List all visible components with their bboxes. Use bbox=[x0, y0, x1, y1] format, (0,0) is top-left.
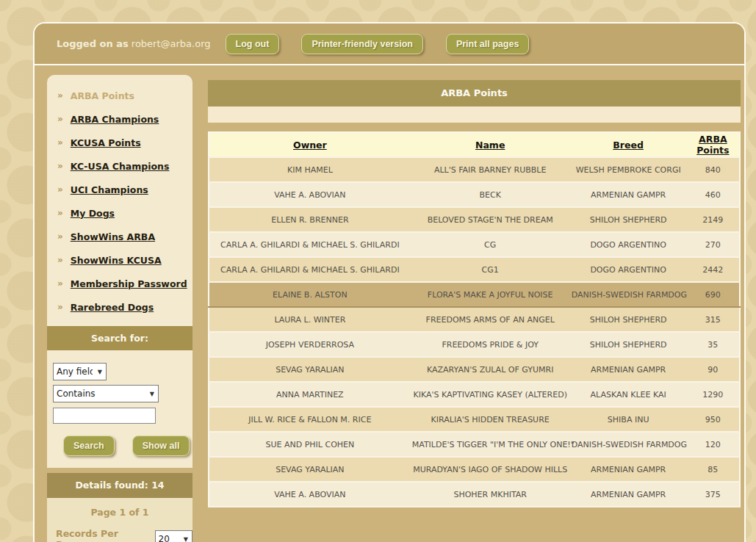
cell-breed: DANISH-SWEDISH FARMDOG bbox=[570, 282, 687, 307]
cell-owner: VAHE A. ABOVIAN bbox=[209, 482, 411, 507]
cell-name: ALL'S FAIR BARNEY RUBBLE bbox=[411, 157, 570, 182]
records-per-page-wrap: 20 bbox=[155, 530, 192, 542]
cell-owner: CARLA A. GHILARDI & MICHAEL S. GHILARDI bbox=[209, 232, 411, 257]
sidebar-nav: »ARBA Points»ARBA Champions»KCUSA Points… bbox=[47, 75, 192, 326]
table-row[interactable]: VAHE A. ABOVIANBECKARMENIAN GAMPR460 bbox=[209, 182, 740, 207]
sidebar-item-label: UCI Champions bbox=[71, 184, 148, 195]
logout-button[interactable]: Log out bbox=[226, 34, 280, 54]
cell-breed: DOGO ARGENTINO bbox=[570, 257, 687, 282]
pagination-panel: Page 1 of 1 Records Per Page: 20 bbox=[47, 498, 192, 542]
table-row[interactable]: SEVAG YARALIANKAZARYAN'S ZULAL OF GYUMRI… bbox=[209, 357, 740, 382]
table-row[interactable]: KIM HAMELALL'S FAIR BARNEY RUBBLEWELSH P… bbox=[209, 157, 740, 182]
operator-select[interactable]: Contains bbox=[54, 386, 158, 402]
sidebar-item-kcusa-points[interactable]: »KCUSA Points bbox=[57, 131, 188, 154]
cell-owner: CARLA A. GHILARDI & MICHAEL S. GHILARDI bbox=[209, 257, 411, 282]
cell-name: FLORA'S MAKE A JOYFUL NOISE bbox=[411, 282, 570, 307]
chevron-right-icon: » bbox=[57, 255, 63, 265]
cell-breed: DANISH-SWEDISH FARMDOG bbox=[570, 432, 687, 457]
cell-points: 840 bbox=[687, 157, 740, 182]
chevron-right-icon: » bbox=[57, 278, 63, 289]
logged-on-label: Logged on as bbox=[57, 38, 129, 49]
cell-points: 85 bbox=[687, 457, 740, 482]
table-row[interactable]: CARLA A. GHILARDI & MICHAEL S. GHILARDIC… bbox=[209, 257, 740, 282]
cell-breed: SHIBA INU bbox=[570, 407, 687, 432]
column-header-owner[interactable]: Owner bbox=[209, 132, 411, 157]
table-row[interactable]: SEVAG YARALIANMURADYAN'S IAGO OF SHADOW … bbox=[209, 457, 740, 482]
table-row[interactable]: LAURA L. WINTERFREEDOMS ARMS OF AN ANGEL… bbox=[209, 307, 740, 332]
cell-owner: JILL W. RICE & FALLON M. RICE bbox=[209, 407, 411, 432]
search-button[interactable]: Search bbox=[63, 436, 115, 456]
cell-name: KIRALIA'S HIDDEN TREASURE bbox=[411, 407, 570, 432]
top-bar: Logged on as robert@arba.org Log out Pri… bbox=[35, 24, 744, 65]
logged-on-status: Logged on as robert@arba.org bbox=[57, 38, 211, 49]
cell-points: 270 bbox=[687, 232, 740, 257]
table-row[interactable]: ELAINE B. ALSTONFLORA'S MAKE A JOYFUL NO… bbox=[209, 282, 740, 307]
user-email: robert@arba.org bbox=[132, 38, 211, 49]
sidebar-item-label: KCUSA Points bbox=[71, 137, 141, 148]
printer-friendly-button[interactable]: Printer-friendly version bbox=[301, 34, 423, 54]
search-input[interactable] bbox=[53, 408, 156, 424]
column-header-arba-points[interactable]: ARBA Points bbox=[687, 132, 740, 157]
cell-name: KIKA'S KAPTIVATING KASEY (ALTERED) bbox=[411, 382, 570, 407]
sidebar-item-uci-champions[interactable]: »UCI Champions bbox=[57, 178, 188, 201]
main-panel: Logged on as robert@arba.org Log out Pri… bbox=[33, 22, 746, 542]
field-select[interactable]: Any field bbox=[54, 364, 106, 380]
cell-owner: SUE AND PHIL COHEN bbox=[209, 432, 411, 457]
show-all-button[interactable]: Show all bbox=[132, 436, 190, 456]
table-row[interactable]: ANNA MARTINEZKIKA'S KAPTIVATING KASEY (A… bbox=[209, 382, 740, 407]
table-row[interactable]: CARLA A. GHILARDI & MICHAEL S. GHILARDIC… bbox=[209, 232, 740, 257]
page-info: Page 1 of 1 bbox=[47, 507, 192, 518]
sidebar-item-arba-points[interactable]: »ARBA Points bbox=[57, 84, 188, 107]
field-select-wrap: Any field bbox=[53, 363, 107, 380]
table-row[interactable]: ELLEN R. BRENNERBELOVED STAGE'N THE DREA… bbox=[209, 207, 740, 232]
records-per-page-select[interactable]: 20 bbox=[156, 531, 192, 542]
cell-points: 35 bbox=[687, 332, 740, 357]
chevron-right-icon: » bbox=[57, 137, 63, 148]
cell-breed: WELSH PEMBROKE CORGI bbox=[570, 157, 687, 182]
table-header-row: OwnerNameBreedARBA Points bbox=[209, 132, 740, 157]
sidebar-item-rarebreed-dogs[interactable]: »Rarebreed Dogs bbox=[57, 295, 188, 319]
cell-points: 690 bbox=[687, 282, 740, 307]
cell-owner: ELAINE B. ALSTON bbox=[209, 282, 411, 307]
sidebar-item-arba-champions[interactable]: »ARBA Champions bbox=[57, 107, 188, 131]
chevron-right-icon: » bbox=[57, 90, 63, 101]
search-buttons-row: Search Show all bbox=[53, 436, 192, 456]
column-header-name[interactable]: Name bbox=[411, 132, 570, 157]
cell-name: CG1 bbox=[411, 257, 570, 282]
search-for-header: Search for: bbox=[47, 326, 192, 350]
cell-owner: ELLEN R. BRENNER bbox=[209, 207, 411, 232]
chevron-right-icon: » bbox=[57, 302, 63, 312]
table-row[interactable]: JILL W. RICE & FALLON M. RICEKIRALIA'S H… bbox=[209, 407, 740, 432]
sidebar-item-my-dogs[interactable]: »My Dogs bbox=[57, 201, 188, 225]
sidebar: »ARBA Points»ARBA Champions»KCUSA Points… bbox=[47, 75, 192, 542]
cell-breed: ARMENIAN GAMPR bbox=[570, 357, 687, 382]
cell-points: 90 bbox=[687, 357, 740, 382]
cell-name: FREEDOMS ARMS OF AN ANGEL bbox=[411, 307, 570, 332]
cell-breed: DOGO ARGENTINO bbox=[570, 232, 687, 257]
table-row[interactable]: JOSEPH VERDERROSAFREEDOMS PRIDE & JOYSHI… bbox=[209, 332, 740, 357]
cell-points: 1290 bbox=[687, 382, 740, 407]
table-body: KIM HAMELALL'S FAIR BARNEY RUBBLEWELSH P… bbox=[209, 157, 740, 507]
sidebar-item-membership-password[interactable]: »Membership Password bbox=[57, 272, 188, 295]
cell-points: 375 bbox=[687, 482, 740, 507]
results-table: OwnerNameBreedARBA Points KIM HAMELALL'S… bbox=[208, 131, 741, 507]
table-row[interactable]: SUE AND PHIL COHENMATILDE'S TIGGER "I'M … bbox=[209, 432, 740, 457]
cell-name: BECK bbox=[411, 182, 570, 207]
column-header-breed[interactable]: Breed bbox=[570, 132, 687, 157]
table-row[interactable]: VAHE A. ABOVIANSHOHER MKHITARARMENIAN GA… bbox=[209, 482, 740, 507]
cell-name: FREEDOMS PRIDE & JOY bbox=[411, 332, 570, 357]
cell-name: BELOVED STAGE'N THE DREAM bbox=[411, 207, 570, 232]
cell-breed: ARMENIAN GAMPR bbox=[570, 182, 687, 207]
cell-owner: SEVAG YARALIAN bbox=[209, 457, 411, 482]
sidebar-item-showwins-arba[interactable]: »ShowWins ARBA bbox=[57, 225, 188, 248]
cell-owner: LAURA L. WINTER bbox=[209, 307, 411, 332]
records-per-page-label: Records Per Page: bbox=[56, 528, 150, 542]
sidebar-item-label: ShowWins KCUSA bbox=[71, 255, 162, 266]
sidebar-item-showwins-kcusa[interactable]: »ShowWins KCUSA bbox=[57, 248, 188, 272]
cell-owner: JOSEPH VERDERROSA bbox=[209, 332, 411, 357]
cell-points: 120 bbox=[687, 432, 740, 457]
cell-breed: ARMENIAN GAMPR bbox=[570, 457, 687, 482]
sidebar-item-kc-usa-champions[interactable]: »KC-USA Champions bbox=[57, 154, 188, 178]
print-all-pages-button[interactable]: Print all pages bbox=[446, 34, 529, 54]
cell-name: SHOHER MKHITAR bbox=[411, 482, 570, 507]
